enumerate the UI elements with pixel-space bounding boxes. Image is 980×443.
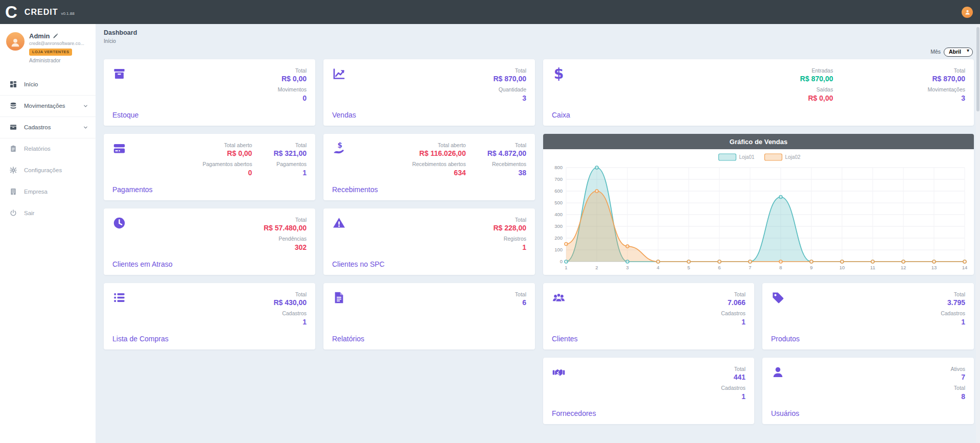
card-usuarios[interactable]: UsuáriosAtivos7Total8	[762, 358, 974, 424]
hand-dollar-icon: $	[332, 142, 346, 155]
stat-label: Quantidade	[499, 86, 526, 93]
stat-value: 7	[961, 372, 965, 382]
stat-value: 3	[522, 94, 526, 103]
card-stats: Total441Cadastros1	[721, 365, 745, 417]
user-avatar-icon[interactable]	[962, 7, 973, 18]
card-title: Vendas	[332, 111, 356, 119]
stat-value: R$ 870,00	[800, 74, 833, 83]
stat-value: 0	[302, 94, 307, 103]
svg-text:700: 700	[554, 176, 563, 182]
stat-label: Total	[515, 142, 526, 149]
stat-value: R$ 870,00	[493, 74, 526, 83]
sidebar-item-label: Empresa	[24, 189, 88, 195]
card-estoque[interactable]: EstoqueTotalR$ 0,00Movimentos0	[104, 59, 315, 126]
stat-label: Cadastros	[721, 310, 745, 317]
card-title: Fornecedores	[552, 409, 596, 417]
card-stats: TotalR$ 430,00Cadastros1	[273, 291, 307, 343]
card-vendas[interactable]: VendasTotalR$ 870,00Quantidade3	[323, 59, 535, 126]
month-select[interactable]: Abril	[944, 48, 973, 57]
users-icon	[552, 291, 566, 305]
scrollbar-thumb[interactable]	[976, 27, 979, 111]
grid-icon	[9, 80, 17, 88]
tag-icon	[771, 291, 785, 305]
card-title: Clientes no SPC	[332, 260, 385, 268]
card-pagamentos[interactable]: PagamentosTotal abertoR$ 0,00Pagamentos …	[104, 134, 315, 200]
stat-value: 7.066	[728, 298, 745, 307]
sidebar-item-label: Cadastros	[24, 124, 76, 130]
card-fornecedores[interactable]: FornecedoresTotal441Cadastros1	[543, 358, 754, 424]
app-title: CREDIT	[25, 8, 58, 17]
archive-icon	[9, 123, 17, 131]
stat-column: Total3.795Cadastros1	[941, 291, 965, 343]
sidebar-item-movimentacoes[interactable]: Movimentações	[0, 95, 96, 116]
card-title: Usuários	[771, 409, 799, 417]
stat-column: Total441Cadastros1	[721, 365, 745, 417]
sidebar-item-label: Movimentações	[24, 103, 76, 109]
stat-value: R$ 0,00	[227, 149, 252, 158]
stat-label: Recebimentos	[492, 160, 526, 168]
card-recebimentos[interactable]: $RecebimentosTotal abertoR$ 116.026,00Re…	[323, 134, 535, 200]
card-title: Relatórios	[332, 335, 364, 343]
stat-label: Total	[295, 142, 307, 149]
svg-text:400: 400	[554, 212, 563, 217]
stat-label: Entradas	[811, 67, 833, 74]
card-clientes[interactable]: ClientesTotal7.066Cadastros1	[543, 283, 754, 349]
list-icon	[112, 291, 126, 305]
sidebar-item-empresa[interactable]: Empresa	[0, 181, 96, 202]
store-badge: LOJA VERTENTES	[29, 49, 72, 56]
card-left: Produtos	[771, 291, 800, 343]
stat-value: R$ 57.480,00	[264, 223, 307, 232]
stat-column: TotalR$ 228,00Registros1	[493, 216, 526, 268]
stat-value: R$ 870,00	[932, 74, 965, 83]
page-title: Dashboard	[104, 29, 974, 36]
sales-chart-title: Gráfico de Vendas	[543, 134, 974, 149]
stat-label: Registros	[504, 235, 526, 242]
sidebar-item-inicio[interactable]: Início	[0, 74, 96, 95]
card-left: Pagamentos	[112, 142, 153, 194]
svg-text:10: 10	[839, 265, 845, 270]
sales-chart: 0100200300400500600700800123456789101112…	[543, 149, 974, 275]
svg-text:13: 13	[931, 265, 937, 270]
stat-label: Movimentos	[277, 86, 307, 93]
card-left: Usuários	[771, 365, 799, 417]
stat-value: 1	[741, 392, 745, 401]
sidebar-item-configuracoes[interactable]: Configurações	[0, 159, 96, 181]
card-title: Clientes em Atraso	[112, 260, 173, 268]
svg-text:300: 300	[554, 223, 563, 229]
card-relatorios[interactable]: RelatóriosTotal6	[323, 283, 535, 349]
stat-column: TotalR$ 4.872,00Recebimentos38	[487, 142, 526, 194]
sidebar-item-relatorios[interactable]: Relatórios	[0, 138, 96, 159]
stat-label: Total	[295, 216, 307, 223]
card-left: Clientes em Atraso	[112, 216, 173, 268]
stat-column: TotalR$ 870,00Movimentações3	[927, 67, 965, 119]
clipboard-icon	[9, 145, 17, 153]
svg-text:8: 8	[779, 265, 782, 270]
card-title: Pagamentos	[112, 185, 153, 194]
card-clientes-em-atraso[interactable]: Clientes em AtrasoTotalR$ 57.480,00Pendê…	[104, 208, 315, 275]
building-icon	[9, 188, 17, 196]
profile-avatar[interactable]	[6, 32, 25, 51]
stat-value: 8	[961, 392, 965, 401]
month-filter-label: Mês	[930, 49, 941, 55]
sidebar-item-sair[interactable]: Sair	[0, 202, 96, 224]
stat-value: 302	[295, 243, 307, 252]
sidebar-item-cadastros[interactable]: Cadastros	[0, 116, 96, 138]
sidebar-item-label: Configurações	[24, 167, 88, 173]
card-clientes-no-spc[interactable]: Clientes no SPCTotalR$ 228,00Registros1	[323, 208, 535, 275]
stat-value: 1	[302, 168, 307, 177]
stat-label: Total	[954, 384, 965, 391]
card-stats: Ativos7Total8	[950, 365, 965, 417]
svg-text:500: 500	[554, 200, 563, 205]
edit-pencil-icon[interactable]	[53, 33, 58, 39]
summary-cards-left: EstoqueTotalR$ 0,00Movimentos0VendasTota…	[104, 59, 535, 349]
svg-text:3: 3	[626, 265, 628, 270]
svg-text:2: 2	[595, 265, 598, 270]
gear-icon	[9, 166, 17, 174]
card-produtos[interactable]: ProdutosTotal3.795Cadastros1	[762, 283, 974, 349]
card-lista-de-compras[interactable]: Lista de ComprasTotalR$ 430,00Cadastros1	[104, 283, 315, 349]
stat-column: TotalR$ 870,00Quantidade3	[493, 67, 526, 119]
dollar-icon: $	[552, 67, 566, 81]
card-caixa[interactable]: $CaixaEntradasR$ 870,00SaídasR$ 0,00Tota…	[543, 59, 974, 126]
stat-value: R$ 116.026,00	[419, 149, 466, 158]
power-icon	[9, 209, 17, 217]
